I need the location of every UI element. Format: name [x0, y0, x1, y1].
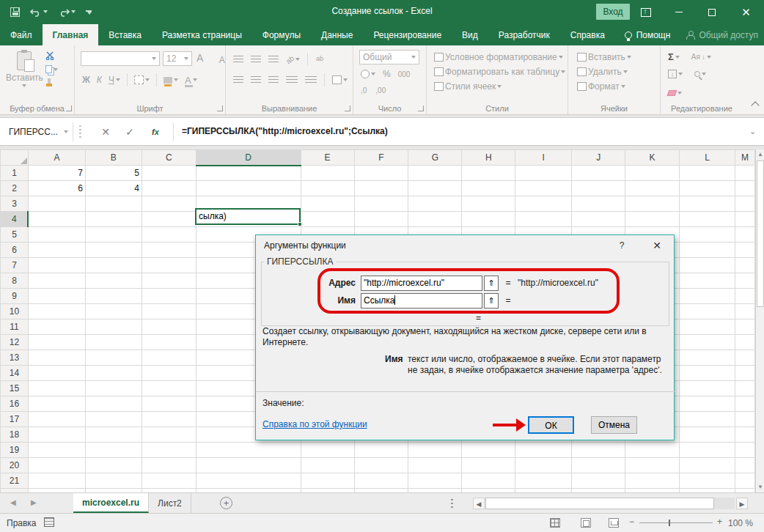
- merge-center-button[interactable]: [332, 75, 348, 84]
- cell-J1[interactable]: [572, 166, 625, 181]
- cell-A6[interactable]: [28, 243, 85, 258]
- scroll-down-icon[interactable]: ▼: [756, 482, 764, 492]
- cell-C3[interactable]: [142, 196, 196, 212]
- number-dialog-launcher[interactable]: [418, 106, 424, 111]
- cell-K4[interactable]: [625, 212, 680, 227]
- cell-A14[interactable]: [28, 366, 85, 381]
- cell-C21[interactable]: [142, 473, 196, 489]
- editing-cell-D4[interactable]: сылка): [195, 208, 301, 225]
- cell-M7[interactable]: [735, 258, 754, 273]
- cell-K20[interactable]: [625, 458, 680, 473]
- column-header-D[interactable]: D: [196, 150, 301, 166]
- cell-B2[interactable]: 4: [85, 181, 142, 196]
- cell-A9[interactable]: [28, 289, 85, 304]
- cell-L9[interactable]: [680, 289, 735, 304]
- column-header-C[interactable]: C: [142, 150, 196, 166]
- cut-button[interactable]: [45, 51, 58, 60]
- zoom-level[interactable]: 100 %: [728, 518, 753, 528]
- column-header-I[interactable]: I: [515, 150, 572, 166]
- cell-C19[interactable]: [142, 443, 196, 458]
- cell-A15[interactable]: [28, 381, 85, 396]
- cell-D20[interactable]: [196, 458, 301, 473]
- increase-decimal-button[interactable]: ,0: [361, 86, 367, 95]
- align-left-icon[interactable]: [233, 76, 243, 84]
- column-header-E[interactable]: E: [301, 150, 354, 166]
- cell-L1[interactable]: [680, 166, 735, 181]
- cell-A2[interactable]: 6: [28, 181, 85, 196]
- align-right-icon[interactable]: [268, 76, 279, 84]
- cancel-entry-button[interactable]: ✕: [95, 122, 116, 141]
- cell-E1[interactable]: [301, 166, 354, 181]
- cell-C12[interactable]: [142, 335, 196, 350]
- cell-B7[interactable]: [85, 258, 142, 273]
- row-header-15[interactable]: 15: [1, 381, 29, 396]
- cell-A18[interactable]: [28, 427, 85, 443]
- ribbon-tab-вставка[interactable]: Вставка: [98, 24, 152, 45]
- assistant-tab[interactable]: Помощн: [636, 30, 671, 40]
- cell-I2[interactable]: [515, 181, 572, 196]
- name-field-input[interactable]: Ссылка: [361, 293, 482, 309]
- cell-L7[interactable]: [680, 258, 735, 273]
- cell-F21[interactable]: [354, 473, 408, 489]
- ribbon-tab-разметка-страницы[interactable]: Разметка страницы: [152, 24, 252, 45]
- cell-A1[interactable]: 7: [28, 166, 85, 181]
- ribbon-tab-данные[interactable]: Данные: [311, 24, 363, 45]
- cell-I21[interactable]: [515, 473, 572, 489]
- find-select-button[interactable]: [694, 70, 706, 78]
- cell-I3[interactable]: [515, 196, 572, 212]
- cell-L4[interactable]: [680, 212, 735, 227]
- cell-A11[interactable]: [28, 319, 85, 335]
- cell-M14[interactable]: [735, 366, 754, 381]
- function-help-link[interactable]: Справка по этой функции: [262, 419, 367, 429]
- cell-F1[interactable]: [354, 166, 408, 181]
- cell-L14[interactable]: [680, 366, 735, 381]
- font-name-select[interactable]: [81, 51, 160, 66]
- scroll-up-icon[interactable]: ▲: [756, 149, 764, 160]
- row-header-17[interactable]: 17: [1, 412, 29, 427]
- cell-C7[interactable]: [142, 258, 196, 273]
- minimize-button[interactable]: [662, 0, 695, 24]
- address-collapse-dialog-button[interactable]: ⇑: [484, 276, 499, 291]
- name-box[interactable]: ГИПЕРСС...: [4, 122, 73, 141]
- cell-E21[interactable]: [301, 473, 354, 489]
- column-header-M[interactable]: M: [735, 150, 754, 166]
- cell-C10[interactable]: [142, 304, 196, 319]
- cell-L3[interactable]: [680, 196, 735, 212]
- cell-F4[interactable]: [354, 212, 408, 227]
- cell-I19[interactable]: [515, 443, 572, 458]
- cell-B9[interactable]: [85, 289, 142, 304]
- styles-button-стили-ячеек[interactable]: Стили ячеек: [434, 81, 565, 92]
- cell-K21[interactable]: [625, 473, 680, 489]
- row-header-12[interactable]: 12: [1, 335, 29, 350]
- row-header-11[interactable]: 11: [1, 319, 29, 335]
- ribbon-tab-справка[interactable]: Справка: [560, 24, 615, 45]
- cell-M20[interactable]: [735, 458, 754, 473]
- sheet-tab-лист2[interactable]: Лист2: [149, 493, 191, 513]
- cell-C6[interactable]: [142, 243, 196, 258]
- cell-L6[interactable]: [680, 243, 735, 258]
- cell-B12[interactable]: [85, 335, 142, 350]
- cell-F20[interactable]: [354, 458, 408, 473]
- cell-B19[interactable]: [85, 443, 142, 458]
- cell-J21[interactable]: [572, 473, 625, 489]
- row-header-16[interactable]: 16: [1, 396, 29, 412]
- zoom-in-icon[interactable]: +: [717, 517, 722, 527]
- cell-F19[interactable]: [354, 443, 408, 458]
- ribbon-tab-формулы[interactable]: Формулы: [252, 24, 311, 45]
- cell-B16[interactable]: [85, 396, 142, 412]
- cell-H1[interactable]: [462, 166, 515, 181]
- cell-G4[interactable]: [408, 212, 462, 227]
- alignment-dialog-launcher[interactable]: [345, 106, 350, 111]
- normal-view-icon[interactable]: [550, 518, 560, 528]
- copy-button[interactable]: [45, 65, 58, 73]
- cell-L21[interactable]: [680, 473, 735, 489]
- cell-M8[interactable]: [735, 273, 754, 289]
- horizontal-scroll-thumb[interactable]: [485, 498, 714, 509]
- close-button[interactable]: ✕: [730, 0, 763, 24]
- sheet-nav-right-icon[interactable]: ▶: [31, 498, 37, 506]
- cell-B8[interactable]: [85, 273, 142, 289]
- cell-C2[interactable]: [142, 181, 196, 196]
- row-header-13[interactable]: 13: [1, 350, 29, 366]
- cell-H21[interactable]: [462, 473, 515, 489]
- cell-C8[interactable]: [142, 273, 196, 289]
